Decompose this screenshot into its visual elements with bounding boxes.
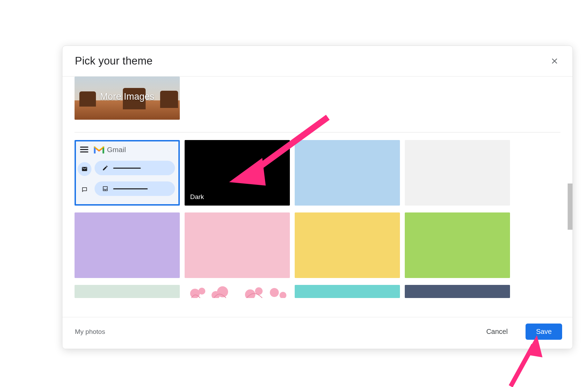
compose-pill [95,161,175,175]
theme-tile-slateblue[interactable] [405,285,510,298]
gmail-logo-text: Gmail [107,146,126,154]
cancel-button[interactable]: Cancel [478,324,516,339]
svg-point-3 [198,288,205,295]
save-button[interactable]: Save [526,324,562,340]
theme-tile-dark[interactable]: Dark [185,140,290,206]
theme-tile-label: Dark [190,193,204,201]
close-icon [550,57,559,66]
pencil-icon [102,165,108,171]
theme-tile-green[interactable] [405,212,510,278]
svg-point-8 [270,288,279,297]
more-images-label: More Images [75,91,180,102]
placeholder-line [113,188,148,189]
scrollbar-thumb[interactable] [568,183,572,230]
theme-tile-default[interactable]: Gmail [75,140,180,206]
theme-tile-lightblue[interactable] [295,140,400,206]
mail-icon [78,162,91,176]
dialog-header: Pick your theme [62,46,572,77]
theme-tile-lightgray[interactable] [405,140,510,206]
theme-tile-lavender[interactable] [75,212,180,278]
placeholder-line [113,168,141,169]
dialog-footer: My photos Cancel Save [62,317,572,349]
theme-tile-teal[interactable] [295,285,400,298]
theme-tile-cherry[interactable] [185,285,290,298]
section-divider [75,132,560,132]
theme-tile-mint[interactable] [75,285,180,298]
chat-icon [78,183,91,197]
theme-tile-pink[interactable] [185,212,290,278]
svg-point-9 [280,292,286,298]
svg-line-12 [511,345,533,386]
close-button[interactable] [547,53,562,69]
dialog-body: More Images Gmail [62,77,572,317]
theme-tile-mustard[interactable] [295,212,400,278]
more-images-tile[interactable]: More Images [75,77,180,120]
gmail-preview: Gmail [75,140,180,206]
dialog-title: Pick your theme [75,55,153,67]
theme-grid: Gmail [75,140,562,298]
inbox-pill [95,181,175,196]
my-photos-link[interactable]: My photos [75,328,105,336]
inbox-icon [102,186,108,192]
gmail-logo: Gmail [94,146,126,154]
theme-picker-dialog: Pick your theme More Images G [62,46,573,349]
hamburger-icon [80,147,88,153]
